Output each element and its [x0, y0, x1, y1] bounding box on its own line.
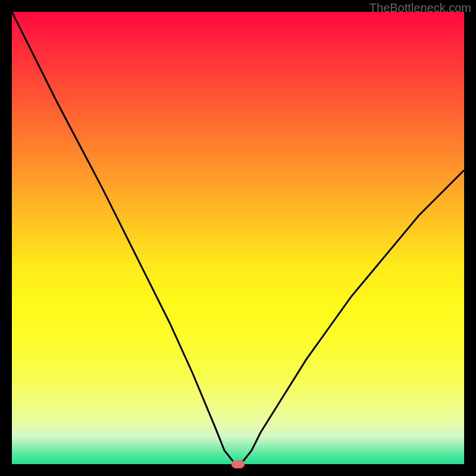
bottleneck-curve — [12, 12, 464, 464]
watermark-text: TheBottleneck.com — [369, 1, 471, 15]
chart-curve-svg — [12, 12, 464, 464]
optimum-marker — [231, 460, 245, 468]
chart-plot-area — [12, 12, 464, 464]
